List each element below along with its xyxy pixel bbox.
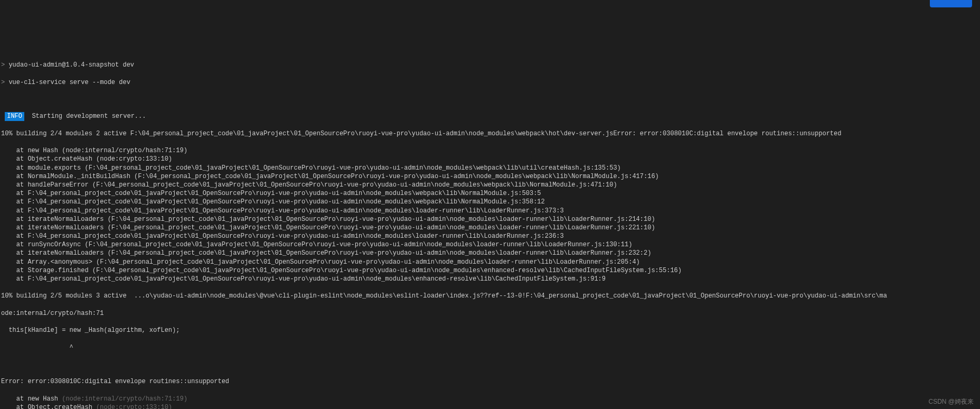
stack-trace-line: at new Hash (node:internal/crypto/hash:7… (1, 146, 979, 155)
stack-trace-line: at F:\04_personal_project_code\01_javaPr… (1, 232, 979, 240)
stack-trace-line: at iterateNormalLoaders (F:\04_personal_… (1, 249, 979, 257)
stack-trace-line: at F:\04_personal_project_code\01_javaPr… (1, 198, 979, 206)
stack-trace-line: at F:\04_personal_project_code\01_javaPr… (1, 189, 979, 198)
info-line: INFO Starting development server... (1, 112, 979, 120)
prompt-line-1: > yudao-ui-admin@1.0.4-snapshot dev (1, 61, 979, 69)
stack-trace-line: at new Hash (node:internal/crypto/hash:7… (1, 395, 979, 403)
stack-trace-line: at Storage.finished (F:\04_personal_proj… (1, 266, 979, 275)
blank-line (1, 95, 979, 104)
stack-trace-line: at Object.createHash (node:crypto:133:10… (1, 155, 979, 163)
build-progress-1: 10% building 2/4 modules 2 active F:\04_… (1, 129, 979, 138)
top-right-button[interactable] (930, 0, 972, 7)
stack-trace-line: at iterateNormalLoaders (F:\04_personal_… (1, 224, 979, 232)
stack-trace-2: at new Hash (node:internal/crypto/hash:7… (1, 395, 979, 409)
error-title: Error: error:0308010C:digital envelope r… (1, 377, 979, 386)
stack-trace-line: at iterateNormalLoaders (F:\04_personal_… (1, 215, 979, 224)
stack-trace-line: at F:\04_personal_project_code\01_javaPr… (1, 275, 979, 283)
prompt-line-2: > vue-cli-service serve --mode dev (1, 78, 979, 87)
build-progress-2: 10% building 2/5 modules 3 active ...o\y… (1, 292, 979, 300)
stack-trace-line: at runSyncOrAsync (F:\04_personal_projec… (1, 240, 979, 249)
build-code-line: this[kHandle] = new _Hash(algorithm, xof… (1, 326, 979, 334)
info-tag: INFO (5, 112, 24, 120)
stack-trace-line: at module.exports (F:\04_personal_projec… (1, 164, 979, 172)
build-crypto-line: ode:internal/crypto/hash:71 (1, 309, 979, 318)
stack-trace-line: at Array.<anonymous> (F:\04_personal_pro… (1, 258, 979, 266)
build-caret-line: ^ (1, 343, 979, 352)
stack-trace-line: at Object.createHash (node:crypto:133:10… (1, 403, 979, 409)
stack-trace-1: at new Hash (node:internal/crypto/hash:7… (1, 146, 979, 283)
stack-trace-line: at NormalModule._initBuildHash (F:\04_pe… (1, 172, 979, 181)
terminal-output[interactable]: > yudao-ui-admin@1.0.4-snapshot dev > vu… (1, 52, 979, 409)
watermark: CSDN @婍夜来 (928, 397, 974, 406)
stack-trace-line: at F:\04_personal_project_code\01_javaPr… (1, 207, 979, 215)
blank-line-2 (1, 360, 979, 369)
stack-trace-line: at handleParseError (F:\04_personal_proj… (1, 181, 979, 189)
